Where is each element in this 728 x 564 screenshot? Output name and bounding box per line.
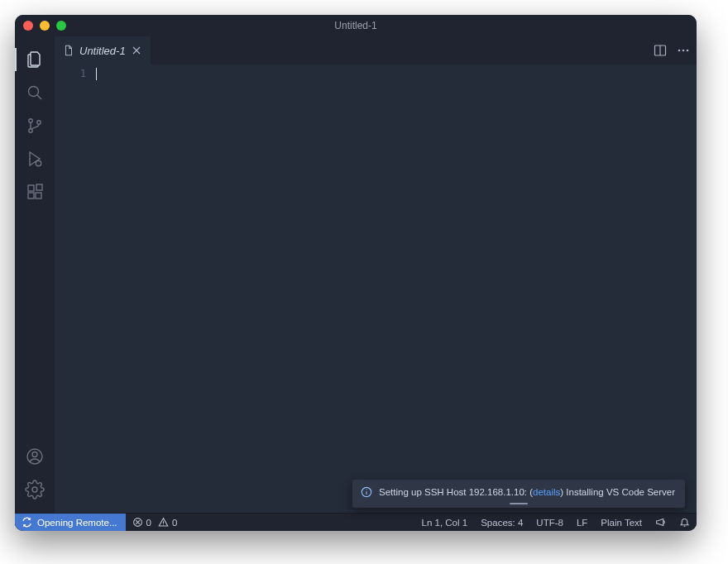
svg-rect-8 [36, 193, 41, 198]
text-cursor [96, 68, 97, 80]
split-editor-button[interactable] [654, 44, 667, 57]
svg-point-17 [678, 50, 681, 52]
bell-icon [679, 517, 690, 528]
svg-rect-7 [28, 193, 34, 198]
feedback-button[interactable] [649, 514, 673, 531]
settings-button[interactable] [15, 473, 55, 506]
notifications-button[interactable] [673, 514, 697, 531]
titlebar: Untitled-1 [15, 15, 697, 36]
svg-rect-6 [28, 185, 34, 191]
language-mode-button[interactable]: Plain Text [594, 514, 649, 531]
app-window: Untitled-1 [15, 15, 697, 531]
problems-button[interactable]: 0 0 [126, 514, 184, 531]
editor-group: Untitled-1 [55, 36, 697, 513]
svg-rect-9 [36, 184, 42, 190]
megaphone-icon [655, 517, 666, 528]
play-bug-icon [25, 149, 45, 169]
explorer-tab[interactable] [15, 43, 55, 76]
svg-point-22 [366, 490, 366, 490]
file-icon [63, 45, 74, 56]
svg-point-18 [682, 50, 685, 52]
svg-point-11 [32, 452, 37, 457]
window-controls [23, 21, 66, 31]
zoom-window-button[interactable] [56, 21, 66, 31]
error-icon [132, 517, 143, 528]
svg-point-4 [37, 121, 41, 124]
notification-details-link[interactable]: details [533, 487, 560, 497]
encoding-button[interactable]: UTF-8 [529, 514, 570, 531]
gear-icon [25, 480, 45, 499]
svg-point-19 [687, 50, 689, 52]
svg-point-12 [32, 487, 37, 492]
files-icon [25, 50, 45, 69]
accounts-button[interactable] [15, 440, 55, 473]
split-icon [654, 44, 667, 57]
more-actions-button[interactable] [677, 44, 690, 57]
editor-tab[interactable]: Untitled-1 [55, 36, 151, 65]
notification-text: Setting up SSH Host 192.168.1.10: (detai… [379, 487, 675, 497]
tab-title: Untitled-1 [79, 45, 126, 57]
status-bar: Opening Remote... 0 0 Ln 1, Col 1 Spaces… [15, 513, 697, 531]
svg-line-1 [37, 95, 41, 99]
remote-indicator[interactable]: Opening Remote... [15, 514, 126, 531]
run-debug-tab[interactable] [15, 142, 55, 175]
cursor-position[interactable]: Ln 1, Col 1 [415, 514, 475, 531]
window-title: Untitled-1 [15, 20, 697, 31]
warning-count: 0 [172, 518, 177, 528]
remote-sync-icon [22, 517, 32, 528]
branch-icon [25, 116, 45, 136]
svg-point-27 [163, 524, 164, 525]
extensions-tab[interactable] [15, 175, 55, 208]
source-control-tab[interactable] [15, 109, 55, 142]
close-icon [131, 45, 142, 56]
svg-point-2 [29, 119, 32, 122]
svg-point-3 [29, 129, 32, 132]
tab-actions [647, 36, 697, 65]
remote-status-text: Opening Remote... [37, 518, 117, 528]
extensions-icon [25, 182, 45, 202]
tab-bar: Untitled-1 [55, 36, 697, 65]
svg-point-0 [29, 87, 39, 97]
editor-body[interactable]: 1 [55, 65, 697, 513]
account-icon [25, 447, 45, 466]
line-number: 1 [55, 68, 86, 79]
indentation-button[interactable]: Spaces: 4 [474, 514, 529, 531]
line-number-gutter: 1 [55, 65, 94, 513]
eol-button[interactable]: LF [570, 514, 594, 531]
search-tab[interactable] [15, 76, 55, 109]
svg-point-5 [36, 160, 41, 165]
tab-close-button[interactable] [131, 45, 142, 56]
close-window-button[interactable] [23, 21, 33, 31]
main-area: Untitled-1 [15, 36, 697, 513]
activity-bar [15, 36, 55, 513]
error-count: 0 [146, 518, 151, 528]
info-icon [361, 486, 372, 498]
ellipsis-icon [677, 44, 690, 57]
search-icon [25, 83, 45, 103]
notification-toast[interactable]: Setting up SSH Host 192.168.1.10: (detai… [352, 480, 685, 508]
code-area[interactable] [94, 65, 697, 513]
warning-icon [158, 517, 169, 528]
minimize-window-button[interactable] [40, 21, 50, 31]
